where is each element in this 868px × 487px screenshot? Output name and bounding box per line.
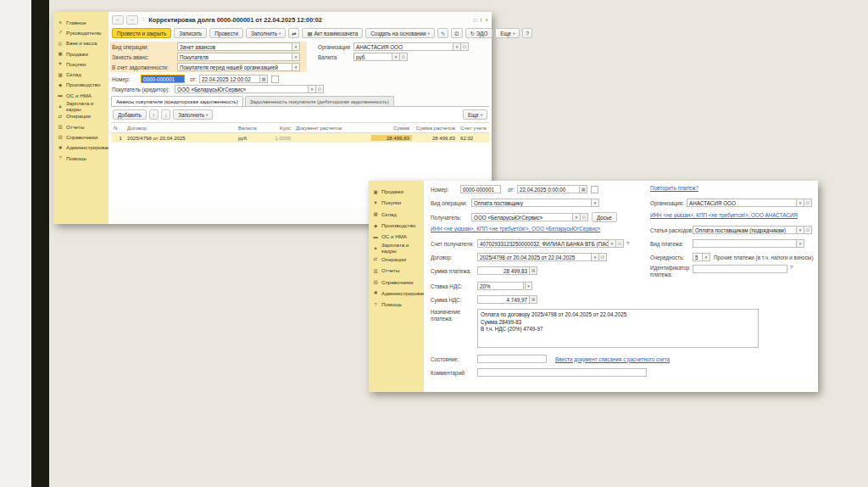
payee-inn-link[interactable]: ИНН <не указан>, КПП <не требуется!>, ОО… — [431, 226, 600, 232]
vat-sum-field[interactable]: 4 749,97 — [477, 295, 530, 304]
chevron-down-icon[interactable]: ▾ — [309, 85, 316, 93]
sidebar-item-prodazhi[interactable]: ▣Продажи — [369, 186, 424, 197]
buyer-field[interactable]: ООО «БеларусьЮгСервис» — [175, 85, 309, 93]
chevron-down-icon[interactable]: ▾ — [525, 282, 532, 290]
open-link-icon[interactable]: ∅ — [400, 53, 408, 61]
chevron-down-icon[interactable]: ▾ — [292, 63, 300, 71]
chevron-down-icon[interactable]: ▾ — [609, 239, 616, 248]
sidebar-item-bank[interactable]: ◎Банк и касса — [53, 38, 108, 48]
grid-fill-button[interactable]: Заполнить▾ — [173, 109, 213, 120]
offset-act-button[interactable]: ▤Акт взаимозачета — [302, 28, 363, 38]
sidebar-item-glavnoe[interactable]: ≡Главное — [53, 17, 108, 27]
sidebar-item-sklad[interactable]: ▦Склад — [369, 209, 424, 220]
enter-writeoff-doc-link[interactable]: Ввести документ списания с расчетного сч… — [555, 356, 670, 362]
open-link-icon[interactable]: ∅ — [804, 226, 812, 234]
chevron-down-icon[interactable]: ▾ — [292, 53, 300, 61]
sidebar-item-spravochniki[interactable]: ▤Справочники — [369, 276, 424, 287]
forward-icon[interactable]: → — [126, 15, 138, 25]
purpose-textarea[interactable]: Оплата по договору 2025/4798 от 20.04.20… — [477, 309, 759, 348]
sidebar-item-pokupki[interactable]: ▼Покупки — [369, 197, 424, 208]
calculator-icon[interactable]: ⊞ — [530, 295, 537, 304]
number-field[interactable]: 0000-000001 — [460, 185, 501, 193]
sidebar-item-otchety[interactable]: ▥Отчеты — [369, 265, 424, 276]
sidebar-item-sklad[interactable]: ▦Склад — [53, 69, 108, 79]
chevron-down-icon[interactable]: ▾ — [573, 213, 581, 221]
back-icon[interactable]: ← — [112, 15, 124, 25]
org-field[interactable]: АНАСТАСИЯ ООО — [353, 42, 453, 51]
open-link-icon[interactable]: ∅ — [461, 42, 469, 51]
sidebar-item-operacii[interactable]: ⇄Операции — [369, 254, 424, 265]
tab-debt[interactable]: Задолженность покупателя (дебиторская за… — [245, 96, 394, 106]
payment-kind-field[interactable] — [693, 239, 797, 248]
chevron-down-icon[interactable]: ▾ — [797, 239, 804, 248]
open-link-icon[interactable]: ∅ — [616, 239, 624, 248]
chevron-down-icon[interactable]: ▾ — [797, 226, 804, 234]
window-info-icon[interactable]: i — [481, 17, 481, 23]
chevron-down-icon[interactable]: ▾ — [592, 253, 599, 261]
state-field[interactable] — [477, 355, 547, 363]
org-field[interactable]: АНАСТАСИЯ ООО — [687, 199, 797, 207]
add-row-button[interactable]: Добавить — [113, 109, 147, 120]
tab-advances[interactable]: Авансы покупателя (кредиторская задолжен… — [111, 96, 243, 106]
window-close-icon[interactable]: × — [485, 17, 488, 23]
priority-field[interactable]: 5 — [693, 253, 703, 261]
comment-field[interactable] — [477, 368, 647, 377]
post-and-close-button[interactable]: Провести и закрыть — [112, 28, 171, 38]
edit-note-button[interactable]: ✎ — [437, 28, 448, 38]
help-button[interactable]: ? — [522, 28, 532, 38]
sidebar-item-administrirovanie[interactable]: ✱Администрирование — [369, 288, 424, 299]
sidebar-item-otchety[interactable]: ▥Отчеты — [53, 121, 108, 132]
sidebar-item-pokupki[interactable]: ▼Покупки — [53, 59, 108, 69]
expense-item-field[interactable]: Оплата поставщикам (подрядчикам) — [693, 226, 797, 234]
calculator-icon[interactable]: ⊞ — [530, 266, 537, 275]
post-button[interactable]: Провести — [209, 28, 243, 38]
edo-button[interactable]: ↻ЭДО — [465, 28, 493, 38]
move-up-icon[interactable]: ↑ — [149, 109, 159, 120]
sidebar-item-os-nma[interactable]: ▬ОС и НМА — [369, 231, 424, 242]
sidebar-item-proizvodstvo[interactable]: ◆Производство — [53, 80, 108, 90]
currency-field[interactable]: руб. — [353, 53, 392, 61]
open-link-icon[interactable]: ∅ — [804, 199, 812, 207]
checkbox[interactable] — [271, 76, 279, 83]
sidebar-item-pomosch[interactable]: ?Помощь — [53, 153, 108, 163]
op-kind-select[interactable]: Зачет авансов — [177, 42, 292, 51]
help-icon[interactable]: ? — [790, 265, 793, 270]
help-icon[interactable]: ? — [626, 241, 629, 246]
offset-select[interactable]: Покупателя — [177, 53, 292, 61]
sidebar-item-zarplata[interactable]: ▲Зарплата и кадры — [369, 242, 424, 253]
payee-field[interactable]: ООО «БеларусьЮгСервис» — [471, 213, 573, 221]
chevron-down-icon[interactable]: ▾ — [392, 53, 400, 61]
repeat-payment-link[interactable]: Повторить платеж? — [650, 185, 698, 191]
date-field[interactable]: 22.04.2025 12:00:02 — [199, 75, 260, 83]
grid-more-button[interactable]: Еще▾ — [463, 109, 487, 120]
chevron-down-icon[interactable]: ▾ — [453, 42, 461, 51]
sidebar-item-rukovoditelyu[interactable]: ↗Руководителю — [53, 27, 108, 37]
more-button[interactable]: Еще▾ — [495, 28, 520, 38]
fill-button[interactable]: Заполнить▾ — [246, 28, 286, 38]
attachments-button[interactable]: ∅ — [451, 28, 463, 38]
calendar-icon[interactable]: ▦ — [580, 185, 587, 193]
open-link-icon[interactable]: ∅ — [581, 213, 588, 221]
dossier-button[interactable]: Досье — [592, 212, 617, 222]
vat-rate-field[interactable]: 20% — [477, 282, 524, 290]
save-button[interactable]: Записать — [174, 28, 207, 38]
payment-sum-field[interactable]: 28 499,83 — [477, 266, 530, 275]
chevron-down-icon[interactable]: ▾ — [292, 42, 300, 51]
sidebar-item-operacii[interactable]: ⇄Операции — [53, 111, 108, 121]
org-inn-link[interactable]: ИНН <не указан>, КПП <не требуется!>, ОО… — [650, 212, 798, 218]
show-postings-button[interactable]: ⇄ — [288, 28, 299, 38]
window-resize-icon[interactable]: □ — [474, 17, 477, 23]
favorite-star-icon[interactable]: ☆ — [141, 16, 146, 23]
sidebar-item-zarplata[interactable]: ▲Зарплата и кадры — [53, 100, 108, 110]
contract-field[interactable]: 2025/4798 от 20.04.2025 от 22.04.2025 — [477, 253, 592, 261]
number-field[interactable]: 0000-000001 — [141, 75, 185, 83]
calendar-icon[interactable]: ▦ — [260, 75, 268, 83]
chevron-down-icon[interactable]: ▾ — [797, 199, 804, 207]
payee-account-field[interactable]: 40702933123250000032, ФИЛИАЛ БАНКА ВТБ (… — [477, 239, 609, 248]
open-link-icon[interactable]: ∅ — [316, 85, 324, 93]
open-link-icon[interactable]: ∅ — [599, 253, 607, 261]
sidebar-item-prodazhi[interactable]: ▣Продажи — [53, 48, 108, 59]
op-kind-select[interactable]: Оплата поставщику — [471, 199, 592, 207]
chevron-down-icon[interactable]: ▾ — [592, 199, 599, 207]
date-field[interactable]: 22.04.2025 0:00:00 — [517, 185, 580, 193]
